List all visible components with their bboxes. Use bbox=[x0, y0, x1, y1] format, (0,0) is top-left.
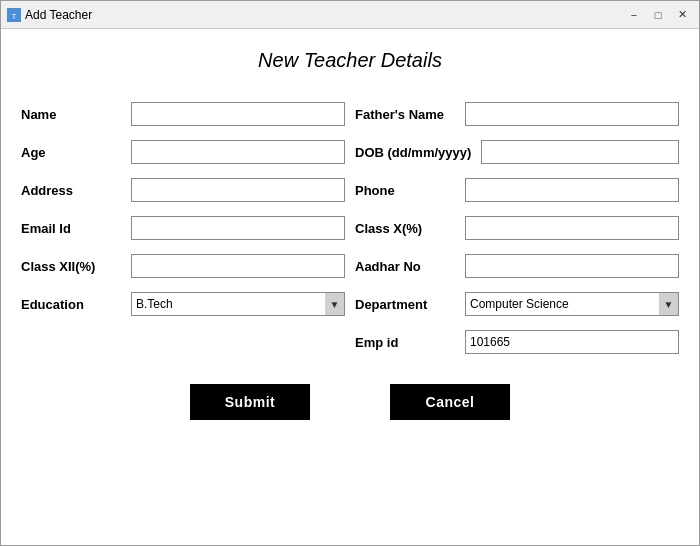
left-column: Name Age Address Email Id Class XII(%) bbox=[21, 102, 345, 354]
class-x-label: Class X(%) bbox=[355, 221, 455, 236]
age-row: Age bbox=[21, 140, 345, 164]
submit-button[interactable]: Submit bbox=[190, 384, 310, 420]
window-title: Add Teacher bbox=[25, 8, 92, 22]
name-label: Name bbox=[21, 107, 121, 122]
fathers-name-row: Father's Name bbox=[355, 102, 679, 126]
aadhar-label: Aadhar No bbox=[355, 259, 455, 274]
phone-label: Phone bbox=[355, 183, 455, 198]
fathers-name-input[interactable] bbox=[465, 102, 679, 126]
phone-row: Phone bbox=[355, 178, 679, 202]
emp-id-label: Emp id bbox=[355, 335, 455, 350]
address-row: Address bbox=[21, 178, 345, 202]
app-icon: T bbox=[7, 8, 21, 22]
education-select[interactable]: B.Tech M.Tech PhD B.Sc M.Sc bbox=[131, 292, 345, 316]
education-row: Education B.Tech M.Tech PhD B.Sc M.Sc ▼ bbox=[21, 292, 345, 316]
age-input[interactable] bbox=[131, 140, 345, 164]
department-row: Department Computer Science Mathematics … bbox=[355, 292, 679, 316]
address-label: Address bbox=[21, 183, 121, 198]
title-bar-controls: − □ ✕ bbox=[623, 5, 693, 25]
email-input[interactable] bbox=[131, 216, 345, 240]
class-x-row: Class X(%) bbox=[355, 216, 679, 240]
page-title: New Teacher Details bbox=[21, 49, 679, 72]
age-label: Age bbox=[21, 145, 121, 160]
class-xii-label: Class XII(%) bbox=[21, 259, 121, 274]
cancel-button[interactable]: Cancel bbox=[390, 384, 510, 420]
phone-input[interactable] bbox=[465, 178, 679, 202]
class-xii-row: Class XII(%) bbox=[21, 254, 345, 278]
maximize-button[interactable]: □ bbox=[647, 5, 669, 25]
main-window: T Add Teacher − □ ✕ New Teacher Details … bbox=[0, 0, 700, 546]
name-row: Name bbox=[21, 102, 345, 126]
class-xii-input[interactable] bbox=[131, 254, 345, 278]
emp-id-row: Emp id bbox=[355, 330, 679, 354]
right-column: Father's Name DOB (dd/mm/yyyy) Phone Cla… bbox=[355, 102, 679, 354]
dob-label: DOB (dd/mm/yyyy) bbox=[355, 145, 471, 160]
content-area: New Teacher Details Name Age Address Ema bbox=[1, 29, 699, 545]
email-label: Email Id bbox=[21, 221, 121, 236]
emp-id-input[interactable] bbox=[465, 330, 679, 354]
education-label: Education bbox=[21, 297, 121, 312]
title-bar: T Add Teacher − □ ✕ bbox=[1, 1, 699, 29]
education-select-wrapper: B.Tech M.Tech PhD B.Sc M.Sc ▼ bbox=[131, 292, 345, 316]
button-row: Submit Cancel bbox=[21, 384, 679, 420]
department-select-wrapper: Computer Science Mathematics Physics Che… bbox=[465, 292, 679, 316]
address-input[interactable] bbox=[131, 178, 345, 202]
aadhar-input[interactable] bbox=[465, 254, 679, 278]
dob-input[interactable] bbox=[481, 140, 679, 164]
title-bar-left: T Add Teacher bbox=[7, 8, 92, 22]
class-x-input[interactable] bbox=[465, 216, 679, 240]
minimize-button[interactable]: − bbox=[623, 5, 645, 25]
close-button[interactable]: ✕ bbox=[671, 5, 693, 25]
aadhar-row: Aadhar No bbox=[355, 254, 679, 278]
email-row: Email Id bbox=[21, 216, 345, 240]
name-input[interactable] bbox=[131, 102, 345, 126]
fathers-name-label: Father's Name bbox=[355, 107, 455, 122]
department-select[interactable]: Computer Science Mathematics Physics Che… bbox=[465, 292, 679, 316]
form-columns: Name Age Address Email Id Class XII(%) bbox=[21, 102, 679, 354]
department-label: Department bbox=[355, 297, 455, 312]
dob-row: DOB (dd/mm/yyyy) bbox=[355, 140, 679, 164]
svg-text:T: T bbox=[12, 12, 17, 20]
